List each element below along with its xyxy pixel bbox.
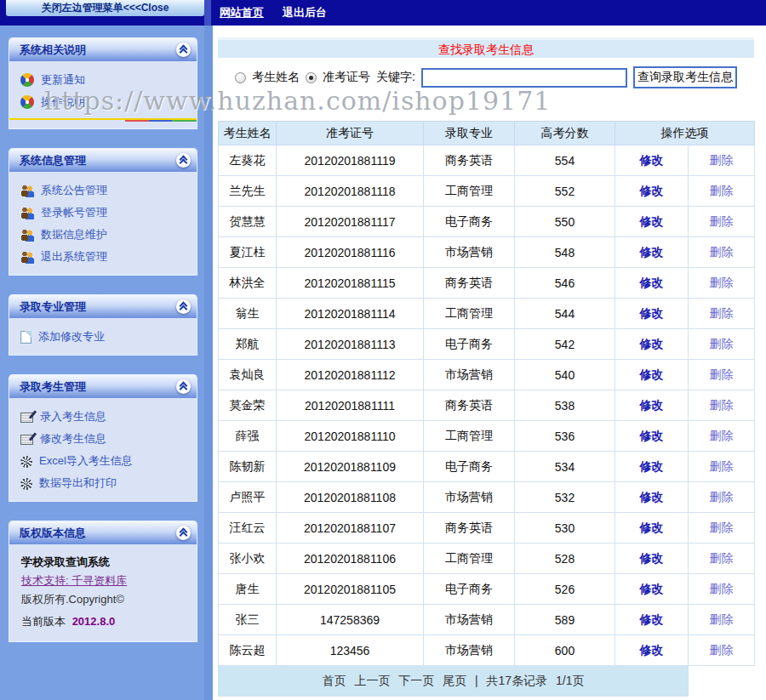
sidebar-item[interactable]: 登录帐号管理	[9, 202, 197, 224]
cell-ticket: 20120201881112	[277, 360, 424, 390]
page-prev-link[interactable]: 上一页	[354, 674, 390, 687]
delete-link[interactable]: 删除	[710, 276, 734, 289]
sidebar-item[interactable]: Excel导入考生信息	[9, 450, 197, 472]
delete-link[interactable]: 删除	[710, 184, 734, 197]
sidebar-item[interactable]: 数据导出和打印	[9, 472, 197, 494]
sidebar-item[interactable]: 录入考生信息	[9, 406, 197, 428]
modify-link[interactable]: 修改	[640, 521, 664, 534]
main-content: 查找录取考生信息 考生姓名 准考证号 关键字: 查询录取考生信息 考生姓名	[213, 26, 766, 700]
delete-link[interactable]: 删除	[710, 337, 734, 350]
modify-link[interactable]: 修改	[640, 551, 664, 565]
modify-link[interactable]: 修改	[640, 214, 664, 228]
delete-link[interactable]: 删除	[710, 398, 734, 412]
cell-score: 528	[515, 543, 615, 574]
cell-score: 546	[515, 268, 615, 299]
cell-score: 589	[515, 605, 615, 635]
cell-delete: 删除	[689, 176, 755, 207]
page-last-link[interactable]: 尾页	[443, 674, 466, 687]
sidebar-item[interactable]: 修改考生信息	[9, 428, 197, 450]
radio-student-name[interactable]	[235, 72, 246, 83]
sidebar-item-label: 录入考生信息	[40, 409, 106, 424]
close-sidebar-button[interactable]: 关闭左边管理菜单<<<Close	[6, 0, 204, 16]
collapse-chevron-icon[interactable]	[176, 43, 191, 57]
delete-link[interactable]: 删除	[710, 245, 734, 259]
cell-major: 工商管理	[424, 543, 515, 574]
delete-link[interactable]: 删除	[710, 367, 734, 381]
modify-link[interactable]: 修改	[640, 245, 664, 259]
cell-major: 商务英语	[424, 390, 515, 421]
modify-link[interactable]: 修改	[640, 306, 664, 320]
delete-link[interactable]: 删除	[710, 429, 734, 442]
sidebar-item[interactable]: 操作说明	[9, 91, 197, 113]
delete-link[interactable]: 删除	[710, 153, 734, 167]
delete-link[interactable]: 删除	[710, 490, 734, 504]
cell-delete: 删除	[689, 635, 755, 666]
cell-ticket: 20120201881107	[277, 513, 424, 543]
modify-link[interactable]: 修改	[640, 398, 664, 412]
modify-link[interactable]: 修改	[640, 367, 664, 381]
page-title: 查找录取考生信息	[218, 37, 754, 58]
modify-link[interactable]: 修改	[640, 153, 664, 167]
cell-modify: 修改	[615, 421, 689, 452]
radio-ticket-number[interactable]	[306, 72, 317, 83]
menu-item-logout[interactable]: 退出后台	[283, 5, 327, 20]
panel-title: 系统信息管理	[20, 153, 176, 168]
page-next-link[interactable]: 下一页	[398, 674, 434, 687]
form-icon	[20, 413, 33, 423]
collapse-chevron-icon[interactable]	[176, 526, 191, 540]
delete-link[interactable]: 删除	[710, 643, 734, 657]
delete-link[interactable]: 删除	[710, 582, 734, 595]
panel-header: 录取考生管理	[9, 374, 197, 398]
cell-modify: 修改	[615, 207, 689, 237]
collapse-chevron-icon[interactable]	[176, 299, 191, 314]
collapse-chevron-icon[interactable]	[176, 379, 191, 394]
delete-link[interactable]: 删除	[710, 521, 734, 534]
modify-link[interactable]: 修改	[640, 643, 664, 657]
panel-header: 版权版本信息	[9, 521, 197, 544]
cell-major: 电子商务	[424, 329, 515, 360]
sidebar-item-label: 更新通知	[41, 72, 85, 88]
cell-ticket: 20120201881105	[277, 574, 424, 605]
search-keyword-input[interactable]	[421, 68, 627, 88]
sidebar-item[interactable]: 系统公告管理	[9, 179, 197, 202]
modify-link[interactable]: 修改	[640, 337, 664, 350]
collapse-chevron-icon[interactable]	[176, 153, 191, 168]
sidebar-panel-major-mgmt: 录取专业管理 添加修改专业	[9, 294, 197, 356]
delete-link[interactable]: 删除	[710, 306, 734, 320]
delete-link[interactable]: 删除	[710, 459, 734, 473]
cell-modify: 修改	[615, 390, 689, 421]
modify-link[interactable]: 修改	[640, 184, 664, 197]
delete-link[interactable]: 删除	[710, 214, 734, 228]
cell-score: 600	[515, 635, 615, 666]
modify-link[interactable]: 修改	[640, 276, 664, 289]
cell-ticket: 20120201881118	[277, 176, 424, 207]
cell-name: 翁生	[219, 299, 277, 329]
col-header-ticket: 准考证号	[277, 122, 424, 145]
search-submit-button[interactable]: 查询录取考生信息	[633, 66, 737, 88]
menu-item-site-home[interactable]: 网站首页	[220, 5, 264, 20]
delete-link[interactable]: 删除	[710, 551, 734, 565]
cell-score: 530	[515, 513, 615, 543]
support-link[interactable]: 技术支持: 千寻资料库	[21, 573, 186, 589]
version-line: 当前版本 2012.8.0	[21, 614, 186, 629]
radio-ticket-number-label: 准考证号	[323, 70, 370, 85]
cell-name: 郑航	[219, 329, 277, 360]
modify-link[interactable]: 修改	[640, 582, 664, 595]
cell-ticket: 123456	[277, 635, 424, 666]
cell-modify: 修改	[615, 574, 689, 605]
pagination-blank-cell	[689, 666, 755, 697]
cell-name: 兰先生	[219, 176, 277, 207]
modify-link[interactable]: 修改	[640, 490, 664, 504]
modify-link[interactable]: 修改	[640, 459, 664, 473]
cell-major: 商务英语	[424, 513, 515, 543]
sidebar-item[interactable]: 数据信息维护	[9, 224, 197, 246]
page-first-link[interactable]: 首页	[322, 674, 346, 687]
delete-link[interactable]: 删除	[710, 612, 734, 626]
sidebar-item[interactable]: 更新通知	[9, 69, 197, 91]
cell-major: 电子商务	[424, 207, 515, 237]
modify-link[interactable]: 修改	[640, 612, 664, 626]
sidebar-item[interactable]: 添加修改专业	[9, 326, 197, 348]
sidebar-item[interactable]: 退出系统管理	[9, 246, 197, 268]
modify-link[interactable]: 修改	[640, 429, 664, 442]
cell-ticket: 20120201881116	[277, 237, 424, 268]
